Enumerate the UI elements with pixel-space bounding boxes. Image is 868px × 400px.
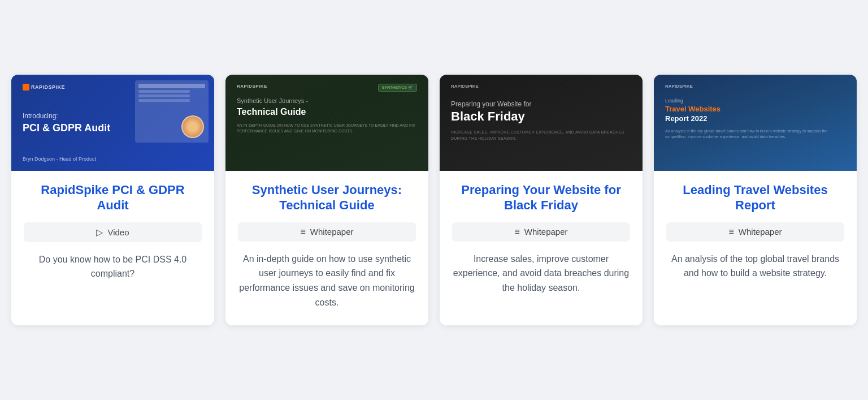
card-4-logo: RAPIDSPIKE	[665, 84, 845, 89]
card-2-subtitle: Synthetic User Journeys -	[237, 97, 417, 104]
card-4-thumbnail: RAPIDSPIKE Leading Travel Websites Repor…	[654, 75, 857, 171]
whitepaper-icon-2: ≡	[300, 227, 305, 237]
card-1-description: Do you know how to be PCI DSS 4.0 compli…	[24, 252, 202, 281]
card-3-title: Preparing Your Website for Black Friday	[452, 182, 630, 213]
card-3-thumb-title: Black Friday	[451, 109, 631, 124]
card-2-title: Synthetic User Journeys: Technical Guide	[238, 182, 416, 213]
card-1-thumb-title: PCI & GDPR Audit	[23, 122, 203, 135]
whitepaper-icon-3: ≡	[514, 227, 519, 237]
card-4-type-badge: ≡ Whitepaper	[666, 222, 844, 242]
card-1-type-label: Video	[107, 227, 129, 237]
card-2-thumbnail: RAPIDSPIKE SYNTHETICS 🛒 Synthetic User J…	[225, 75, 428, 171]
card-pci-gdpr[interactable]: RAPIDSPIKE Introducing: PCI & GDPR Audit…	[11, 75, 214, 325]
card-3-type-label: Whitepaper	[524, 227, 568, 236]
card-1-logo: RAPIDSPIKE	[23, 84, 203, 91]
card-3-subtitle: Preparing your Website for	[451, 100, 631, 108]
card-black-friday[interactable]: RAPIDSPIKE Preparing your Website for Bl…	[440, 75, 643, 325]
card-2-thumb-title: Technical Guide	[237, 106, 417, 117]
card-2-type-label: Whitepaper	[310, 227, 354, 236]
card-4-title: Leading Travel Websites Report	[666, 182, 844, 213]
card-1-intro: Introducing:	[23, 112, 203, 120]
card-1-title: RapidSpike PCI & GDPR Audit	[24, 182, 202, 213]
card-2-logo: RAPIDSPIKE	[237, 84, 267, 89]
card-3-thumb-desc: INCREASE SALES, IMPROVE CUSTOMER EXPERIE…	[451, 130, 631, 141]
card-2-type-badge: ≡ Whitepaper	[238, 222, 416, 242]
card-3-logo: RAPIDSPIKE	[451, 84, 631, 89]
card-4-thumb-desc: An analysis of the top global travel bra…	[665, 128, 845, 140]
card-travel-report[interactable]: RAPIDSPIKE Leading Travel Websites Repor…	[654, 75, 857, 325]
video-icon: ▷	[96, 227, 103, 238]
synthetics-badge: SYNTHETICS 🛒	[378, 84, 417, 92]
card-4-eyebrow: Leading	[665, 98, 845, 104]
card-synthetic-journeys[interactable]: RAPIDSPIKE SYNTHETICS 🛒 Synthetic User J…	[225, 75, 428, 325]
card-1-thumbnail: RAPIDSPIKE Introducing: PCI & GDPR Audit…	[11, 75, 214, 171]
card-3-thumbnail: RAPIDSPIKE Preparing your Website for Bl…	[440, 75, 643, 171]
card-3-description: Increase sales, improve customer experie…	[452, 252, 630, 295]
card-4-description: An analysis of the top global travel bra…	[666, 252, 844, 281]
card-1-footer: Bryn Dodgson - Head of Product	[23, 156, 203, 162]
card-2-thumb-desc: AN IN-DEPTH GUIDE ON HOW TO USE SYNTHETI…	[237, 123, 417, 134]
card-4-type-label: Whitepaper	[739, 227, 782, 236]
card-3-type-badge: ≡ Whitepaper	[452, 222, 630, 242]
card-1-type-badge: ▷ Video	[24, 222, 202, 242]
whitepaper-icon-4: ≡	[728, 227, 734, 237]
card-4-thumb-title: Travel Websites Report 2022	[665, 105, 845, 124]
cards-grid: RAPIDSPIKE Introducing: PCI & GDPR Audit…	[11, 75, 857, 325]
card-2-description: An in-depth guide on how to use syntheti…	[238, 252, 416, 309]
